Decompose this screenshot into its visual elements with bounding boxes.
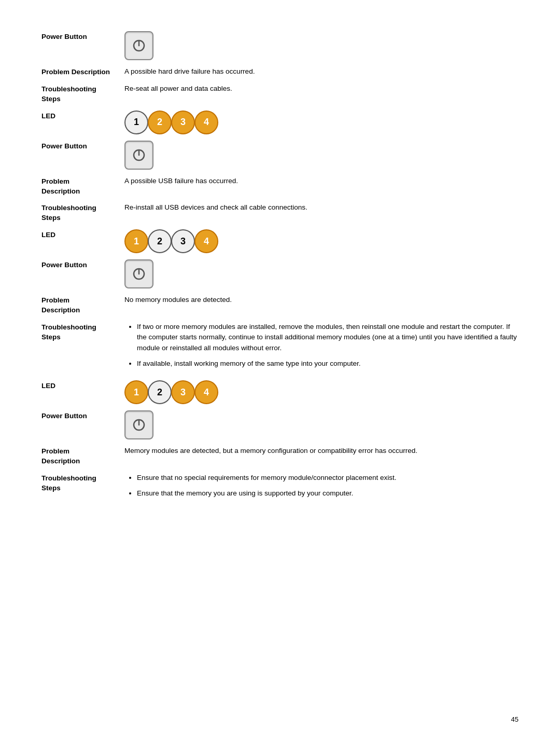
power-btn-svg-3 bbox=[124, 259, 153, 288]
power-button-row-4: Power Button bbox=[41, 410, 519, 439]
bullet-3-1: If two or more memory modules are instal… bbox=[137, 322, 519, 353]
led-3-2: 2 bbox=[148, 380, 172, 404]
problem-description-label-4: ProblemDescription bbox=[41, 446, 124, 466]
led-2-1: 1 bbox=[124, 229, 148, 253]
led-circles-1: 1 2 3 4 bbox=[124, 111, 519, 134]
led-row-1: LED 1 2 3 4 bbox=[41, 111, 519, 134]
bullet-4-1: Ensure that no special requirements for … bbox=[137, 473, 519, 483]
led-1-1: 1 bbox=[124, 111, 148, 134]
power-button-row-1: Power Button bbox=[41, 31, 519, 60]
section-1: Power Button Problem Description A possi… bbox=[41, 31, 519, 134]
power-button-icon-2 bbox=[124, 141, 519, 170]
troubleshooting-bullets-4: Ensure that no special requirements for … bbox=[124, 473, 519, 504]
problem-description-text-2: A possible USB failure has occurred. bbox=[124, 176, 519, 186]
power-button-icon-3 bbox=[124, 259, 519, 288]
power-button-label-1: Power Button bbox=[41, 31, 124, 42]
troubleshooting-label-4: TroubleshootingSteps bbox=[41, 473, 124, 493]
power-btn-svg-2 bbox=[124, 141, 153, 170]
power-button-label-2: Power Button bbox=[41, 141, 124, 151]
problem-description-row-3: ProblemDescription No memory modules are… bbox=[41, 295, 519, 315]
led-3-1: 1 bbox=[124, 380, 148, 404]
troubleshooting-text-1: Re-seat all power and data cables. bbox=[124, 84, 519, 94]
led-circles-2: 1 2 3 4 bbox=[124, 229, 519, 253]
led-label-2: LED bbox=[41, 229, 124, 240]
led-1-2: 2 bbox=[148, 111, 172, 134]
power-button-row-3: Power Button bbox=[41, 259, 519, 288]
section-3: Power Button ProblemDescription No memor… bbox=[41, 259, 519, 404]
troubleshooting-label-1: TroubleshootingSteps bbox=[41, 84, 124, 104]
troubleshooting-text-2: Re-install all USB devices and check all… bbox=[124, 202, 519, 213]
troubleshooting-row-3: TroubleshootingSteps If two or more memo… bbox=[41, 322, 519, 374]
power-button-icon-1 bbox=[124, 31, 519, 60]
troubleshooting-row-1: TroubleshootingSteps Re-seat all power a… bbox=[41, 84, 519, 104]
led-2-4: 4 bbox=[194, 229, 218, 253]
power-button-icon-4 bbox=[124, 410, 519, 439]
led-circles-3: 1 2 3 4 bbox=[124, 380, 519, 404]
power-btn-svg-4 bbox=[124, 410, 153, 439]
led-1-4: 4 bbox=[194, 111, 218, 134]
problem-description-label-1: Problem Description bbox=[41, 66, 124, 77]
led-row-2: LED 1 2 3 4 bbox=[41, 229, 519, 253]
power-button-label-4: Power Button bbox=[41, 410, 124, 421]
bullet-4-2: Ensure that the memory you are using is … bbox=[137, 488, 519, 499]
problem-description-text-3: No memory modules are detected. bbox=[124, 295, 519, 305]
power-button-label-3: Power Button bbox=[41, 259, 124, 270]
page-number: 45 bbox=[511, 715, 519, 723]
section-4: Power Button ProblemDescription Memory m… bbox=[41, 410, 519, 504]
led-2-2: 2 bbox=[148, 229, 172, 253]
problem-description-row-1: Problem Description A possible hard driv… bbox=[41, 66, 519, 77]
section-2: Power Button ProblemDescription A possib… bbox=[41, 141, 519, 254]
troubleshooting-row-4: TroubleshootingSteps Ensure that no spec… bbox=[41, 473, 519, 504]
led-row-3: LED 1 2 3 4 bbox=[41, 380, 519, 404]
troubleshooting-row-2: TroubleshootingSteps Re-install all USB … bbox=[41, 202, 519, 223]
problem-description-text-4: Memory modules are detected, but a memor… bbox=[124, 446, 519, 456]
troubleshooting-bullets-3: If two or more memory modules are instal… bbox=[124, 322, 519, 374]
problem-description-row-4: ProblemDescription Memory modules are de… bbox=[41, 446, 519, 466]
power-btn-svg-1 bbox=[124, 31, 153, 60]
led-3-4: 4 bbox=[194, 380, 218, 404]
led-3-3: 3 bbox=[171, 380, 195, 404]
led-label-3: LED bbox=[41, 380, 124, 391]
troubleshooting-label-3: TroubleshootingSteps bbox=[41, 322, 124, 342]
problem-description-label-3: ProblemDescription bbox=[41, 295, 124, 315]
problem-description-row-2: ProblemDescription A possible USB failur… bbox=[41, 176, 519, 197]
led-2-3: 3 bbox=[171, 229, 195, 253]
problem-description-text-1: A possible hard drive failure has occurr… bbox=[124, 66, 519, 77]
troubleshooting-label-2: TroubleshootingSteps bbox=[41, 202, 124, 223]
problem-description-label-2: ProblemDescription bbox=[41, 176, 124, 197]
led-1-3: 3 bbox=[171, 111, 195, 134]
power-button-row-2: Power Button bbox=[41, 141, 519, 170]
bullet-3-2: If available, install working memory of … bbox=[137, 359, 519, 369]
led-label-1: LED bbox=[41, 111, 124, 121]
